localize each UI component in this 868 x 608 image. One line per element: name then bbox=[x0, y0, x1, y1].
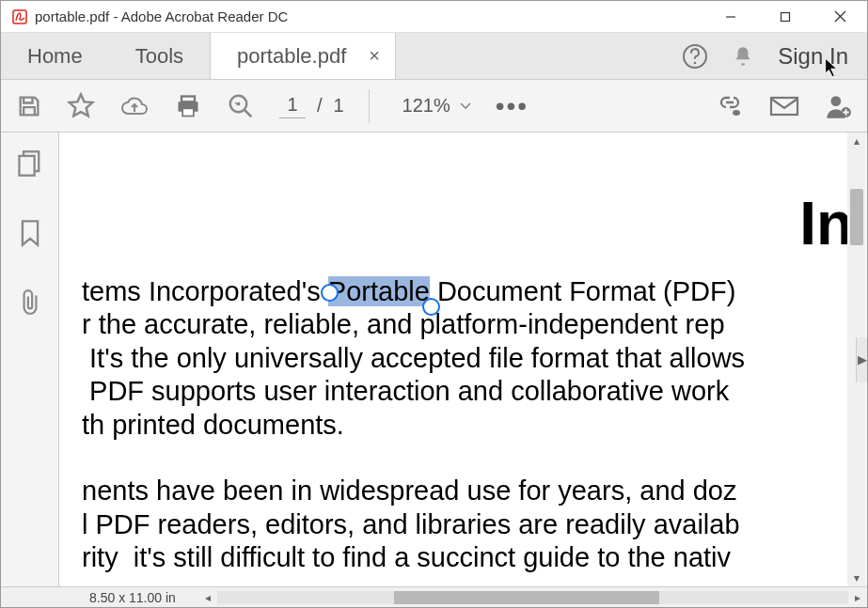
save-button[interactable] bbox=[16, 93, 42, 119]
star-button[interactable] bbox=[67, 92, 95, 120]
svg-rect-17 bbox=[19, 156, 34, 176]
document-heading: In bbox=[82, 189, 853, 258]
tab-home[interactable]: Home bbox=[1, 33, 109, 79]
minimize-button[interactable] bbox=[703, 1, 758, 32]
horizontal-scroll-thumb[interactable] bbox=[394, 591, 659, 604]
zoom-value: 121% bbox=[394, 95, 450, 117]
more-button[interactable]: ••• bbox=[496, 101, 529, 111]
zoom-button[interactable] bbox=[227, 92, 255, 120]
horizontal-scroll-track[interactable] bbox=[217, 591, 848, 604]
selected-text: Portable bbox=[328, 276, 430, 306]
maximize-button[interactable] bbox=[758, 1, 813, 32]
window-title: portable.pdf - Adobe Acrobat Reader DC bbox=[35, 8, 703, 24]
tab-tools[interactable]: Tools bbox=[109, 33, 210, 79]
print-button[interactable] bbox=[174, 93, 202, 119]
scroll-right-button[interactable]: ▸ bbox=[848, 591, 867, 604]
bookmarks-button[interactable] bbox=[19, 219, 41, 251]
svg-line-3 bbox=[835, 11, 845, 22]
svg-rect-2 bbox=[781, 12, 790, 21]
page-indicator: 1 / 1 bbox=[279, 94, 344, 118]
svg-line-4 bbox=[835, 11, 845, 22]
toolbar-separator bbox=[369, 89, 370, 123]
sign-in-button[interactable]: Sign In bbox=[778, 43, 848, 70]
document-viewport[interactable]: In tems Incorporated's Portable Document… bbox=[59, 133, 867, 586]
tab-bar: Home Tools portable.pdf × Sign In bbox=[1, 33, 867, 80]
left-sidebar bbox=[1, 133, 59, 586]
status-bar: 8.50 x 11.00 in ◂ ▸ bbox=[1, 586, 867, 607]
svg-line-11 bbox=[245, 109, 252, 117]
vertical-scroll-thumb[interactable] bbox=[850, 189, 863, 245]
thumbnails-button[interactable] bbox=[17, 149, 43, 181]
page-size-label: 8.50 x 11.00 in bbox=[1, 590, 198, 605]
zoom-dropdown[interactable]: 121% bbox=[394, 95, 471, 117]
svg-point-14 bbox=[831, 96, 842, 106]
chevron-down-icon bbox=[460, 102, 471, 110]
cloud-upload-button[interactable] bbox=[119, 93, 150, 119]
help-button[interactable] bbox=[682, 43, 708, 70]
tab-document[interactable]: portable.pdf × bbox=[210, 33, 396, 79]
expand-right-panel-button[interactable]: ▶ bbox=[856, 337, 867, 382]
attachments-button[interactable] bbox=[18, 288, 42, 320]
add-person-button[interactable] bbox=[824, 92, 852, 120]
scroll-left-button[interactable]: ◂ bbox=[198, 591, 217, 604]
horizontal-scrollbar[interactable]: ◂ ▸ bbox=[198, 587, 867, 607]
close-button[interactable] bbox=[813, 1, 867, 32]
tab-close-icon[interactable]: × bbox=[369, 45, 380, 67]
share-link-button[interactable] bbox=[715, 92, 745, 120]
document-paragraph-1: tems Incorporated's Portable Document Fo… bbox=[82, 275, 853, 574]
svg-rect-9 bbox=[182, 108, 194, 116]
svg-rect-7 bbox=[181, 96, 195, 101]
scroll-up-button[interactable]: ▴ bbox=[847, 133, 866, 149]
scroll-down-button[interactable]: ▾ bbox=[847, 569, 866, 586]
svg-point-6 bbox=[694, 61, 697, 64]
notifications-button[interactable] bbox=[731, 44, 755, 69]
tab-document-label: portable.pdf bbox=[237, 44, 346, 69]
acrobat-icon bbox=[12, 9, 27, 24]
email-button[interactable] bbox=[769, 94, 799, 118]
toolbar: 1 / 1 121% ••• bbox=[1, 80, 867, 133]
page-total: 1 bbox=[334, 95, 344, 117]
page-separator: / bbox=[317, 95, 323, 117]
titlebar: portable.pdf - Adobe Acrobat Reader DC bbox=[1, 1, 867, 33]
page-current-input[interactable]: 1 bbox=[279, 94, 306, 118]
